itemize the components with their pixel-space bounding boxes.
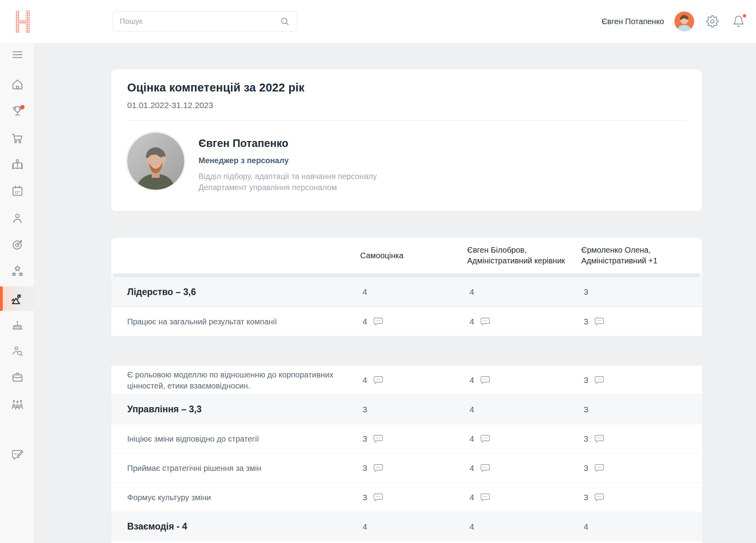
sidebar-item-home[interactable]	[0, 73, 35, 95]
score-cell-reviewer-2: 3	[581, 287, 686, 297]
chat-edit-icon	[11, 448, 24, 461]
score-value: 3	[584, 434, 588, 444]
score-value: 3	[584, 493, 588, 502]
score-cell-self: 3	[360, 463, 467, 473]
sidebar-item-birthdays[interactable]	[0, 314, 35, 336]
comment-icon[interactable]	[373, 317, 384, 326]
employee-name: Євген Потапенко	[199, 137, 377, 150]
comment-icon[interactable]	[480, 463, 491, 473]
score-value: 3	[584, 463, 588, 473]
comment-icon[interactable]	[373, 493, 384, 502]
sidebar-item-profile[interactable]	[0, 207, 35, 229]
search-icon[interactable]	[280, 17, 290, 26]
sidebar	[0, 43, 35, 543]
settings-button[interactable]	[704, 13, 720, 29]
table-row[interactable]: Працює на загальний результат компанії 4…	[111, 307, 702, 336]
table-header-row: Самооцінка Євген Білобров, Адміністратив…	[111, 238, 702, 273]
comment-icon[interactable]	[594, 317, 605, 326]
comment-icon[interactable]	[480, 317, 491, 326]
comment-icon[interactable]	[594, 463, 605, 473]
score-cell-reviewer-2: 4	[581, 522, 686, 532]
achievements-badge-dot	[20, 105, 25, 109]
score-cell-reviewer-1: 4	[467, 287, 581, 297]
hamburger-icon	[11, 48, 24, 61]
employee-avatar	[127, 133, 184, 190]
employee-unit: Відділ підбору, адаптації та навчання пе…	[199, 171, 377, 182]
cart-icon	[11, 131, 24, 145]
sidebar-item-feedback[interactable]	[0, 444, 35, 466]
score-cell-reviewer-1: 4	[467, 405, 581, 414]
header-self-assessment: Самооцінка	[360, 250, 467, 261]
person-icon	[11, 211, 24, 225]
score-cell-reviewer-1: 4	[467, 522, 581, 532]
logo-h-icon	[14, 10, 32, 34]
sidebar-menu-toggle[interactable]	[0, 44, 35, 66]
person-search-icon	[11, 344, 24, 358]
user-avatar-image	[674, 11, 694, 31]
row-label: Взаємодія - 4	[127, 521, 360, 532]
score-cell-reviewer-2: 3	[581, 434, 686, 444]
mountain-flag-icon	[10, 292, 25, 306]
comment-icon[interactable]	[373, 375, 384, 385]
notification-dot	[742, 13, 747, 18]
table-row[interactable]: Ініціює зміни відповідно до стратегії 3 …	[111, 424, 702, 453]
table-row[interactable]: Лідерство – 3,6 4 4 3	[111, 277, 702, 307]
sidebar-item-shop[interactable]	[0, 127, 35, 149]
competency-table-card: Самооцінка Євген Білобров, Адміністратив…	[111, 238, 702, 543]
row-label: Лідерство – 3,6	[127, 287, 360, 297]
notifications-button[interactable]	[731, 13, 746, 29]
table-row[interactable]: Управління – 3,3 3 4 3	[111, 394, 702, 424]
sidebar-item-team-growth[interactable]	[0, 393, 35, 415]
sidebar-item-vacancies[interactable]	[0, 366, 35, 388]
sidebar-item-achievements[interactable]	[0, 100, 35, 122]
row-label: Працює на загальний результат компанії	[127, 316, 349, 327]
score-value: 4	[363, 287, 367, 297]
header-reviewer-2: Єрмоленко Олена, Адміністративний +1	[581, 245, 686, 266]
user-name[interactable]: Євген Потапенко	[601, 17, 664, 26]
row-label: Формує культуру зміни	[127, 492, 349, 503]
score-cell-self: 3	[360, 434, 467, 444]
score-value: 4	[584, 522, 588, 532]
score-value: 4	[470, 405, 474, 414]
header-reviewer-1: Євген Білобров, Адміністративний керівни…	[467, 245, 581, 266]
table-row[interactable]: Приймає стратегічні рішення за змін 3 4 …	[111, 453, 702, 482]
score-value: 3	[584, 317, 588, 326]
score-cell-self: 4	[360, 375, 467, 385]
score-cell-reviewer-1: 4	[467, 317, 581, 326]
score-cell-self: 4	[360, 317, 467, 326]
comment-icon[interactable]	[373, 434, 384, 444]
score-value: 4	[470, 493, 474, 502]
score-cell-reviewer-1: 4	[467, 434, 581, 444]
horizontal-scrollbar[interactable]	[113, 273, 701, 277]
score-cell-self: 3	[360, 405, 467, 414]
table-row[interactable]: Взаємодія - 4 4 4 4	[111, 512, 702, 541]
sidebar-item-recruiting[interactable]	[0, 340, 35, 362]
user-avatar[interactable]	[674, 11, 694, 31]
comment-icon[interactable]	[594, 434, 605, 444]
sidebar-item-learning[interactable]	[0, 154, 35, 176]
employee-position: Менеджер з персоналу	[199, 156, 377, 165]
score-value: 3	[584, 287, 588, 297]
score-cell-reviewer-2: 3	[581, 317, 686, 326]
sidebar-item-ratings[interactable]	[0, 260, 35, 282]
sidebar-item-competencies[interactable]	[0, 286, 35, 311]
comment-icon[interactable]	[594, 493, 605, 502]
report-period: 01.01.2022-31.12.2023	[127, 101, 686, 110]
comment-icon[interactable]	[594, 375, 605, 385]
comment-icon[interactable]	[480, 375, 491, 385]
table-row[interactable]: Формує культуру зміни 3 4 3	[111, 482, 702, 512]
sidebar-item-goals-target[interactable]	[0, 234, 35, 256]
comment-icon[interactable]	[480, 493, 491, 502]
score-value: 4	[470, 434, 474, 444]
search-input[interactable]	[120, 17, 280, 26]
comment-icon[interactable]	[480, 434, 491, 444]
home-icon	[11, 78, 24, 91]
app-logo[interactable]	[14, 10, 32, 34]
table-row[interactable]: Є рольовою моделлю по відношенню до корп…	[111, 365, 702, 394]
stars-icon	[10, 264, 25, 278]
score-cell-reviewer-1: 4	[467, 493, 581, 502]
sidebar-item-calendar[interactable]	[0, 180, 35, 202]
score-cell-self: 4	[360, 522, 467, 532]
page-title: Оцінка компетенцій за 2022 рік	[127, 81, 686, 94]
comment-icon[interactable]	[373, 463, 384, 473]
